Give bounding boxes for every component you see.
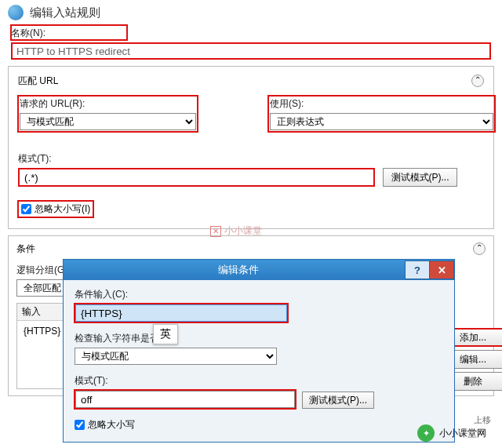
use-select[interactable]: 正则表达式 xyxy=(270,113,493,130)
collapse-icon[interactable]: ⌃ xyxy=(473,242,486,255)
ignore-case-label[interactable]: 忽略大小写(I) xyxy=(18,201,93,217)
check-label: 检查输入字符串是否(I): xyxy=(75,332,443,345)
check-select[interactable]: 与模式匹配 xyxy=(75,348,277,365)
close-button[interactable]: ✕ xyxy=(429,260,454,279)
ignore-case-checkbox[interactable] xyxy=(21,204,31,214)
name-label: 名称(N): xyxy=(11,27,127,40)
name-input[interactable] xyxy=(11,42,491,60)
dialog-title: 编辑条件 xyxy=(71,263,406,277)
footer-watermark: ✦ 小小课堂网 xyxy=(417,424,486,442)
edit-condition-dialog: 编辑条件 ? ✕ 条件输入(C): 英 检查输入字符串是否(I): 与模式匹配 … xyxy=(63,259,455,443)
match-url-section: 匹配 URL ⌃ 请求的 URL(R): 与模式匹配 使用(S): 正则表达式 … xyxy=(8,66,494,229)
dlg-ignore-case-checkbox[interactable] xyxy=(75,420,85,430)
globe-icon xyxy=(8,5,24,20)
dlg-pattern-label: 模式(T): xyxy=(75,374,443,388)
req-url-label: 请求的 URL(R): xyxy=(20,97,196,111)
test-pattern-button[interactable]: 测试模式(P)... xyxy=(383,168,457,187)
wechat-icon: ✦ xyxy=(417,424,435,442)
dlg-test-button[interactable]: 测试模式(P)... xyxy=(302,392,374,409)
cond-input-field[interactable] xyxy=(75,304,287,322)
pattern-input[interactable] xyxy=(18,168,375,187)
use-label: 使用(S): xyxy=(270,97,493,111)
req-url-select[interactable]: 与模式匹配 xyxy=(20,113,196,130)
ime-indicator: 英 xyxy=(153,324,178,344)
cond-input-label: 条件输入(C): xyxy=(75,288,443,301)
pattern-label: 模式(T): xyxy=(18,152,484,166)
collapse-icon[interactable]: ⌃ xyxy=(471,75,484,87)
dlg-ignore-case[interactable]: 忽略大小写 xyxy=(75,418,135,432)
dlg-pattern-input[interactable] xyxy=(75,391,295,408)
conditions-title: 条件 xyxy=(16,242,35,256)
page-title: 编辑入站规则 xyxy=(30,5,100,20)
match-url-title: 匹配 URL xyxy=(18,75,58,88)
help-button[interactable]: ? xyxy=(405,260,430,279)
